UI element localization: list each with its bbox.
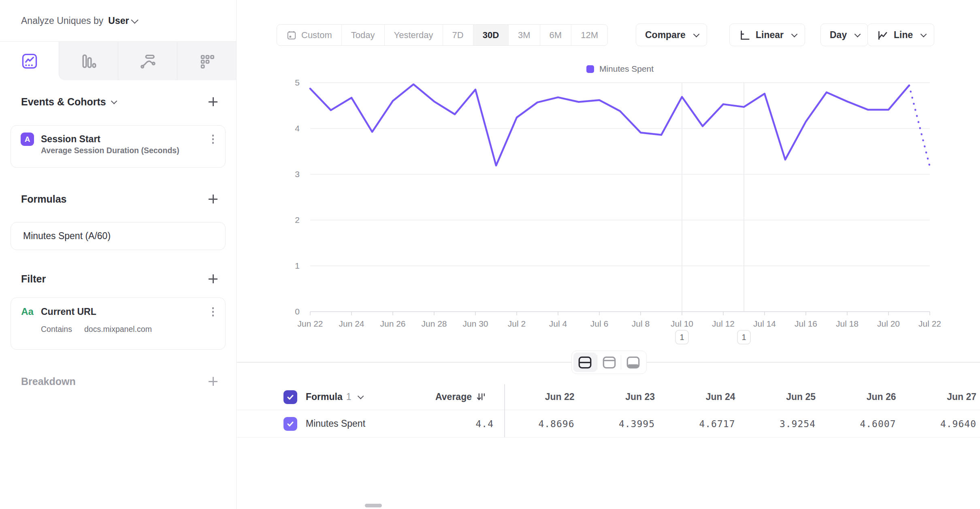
date-range-12m[interactable]: 12M — [571, 25, 607, 45]
legend-swatch — [586, 65, 594, 73]
formula-expression: Minutes Spent (A/60) — [23, 231, 111, 242]
table-cell-value: 4.6007 — [816, 411, 896, 437]
series-name[interactable]: Minutes Spent — [306, 411, 365, 437]
events-cohorts-title[interactable]: Events & Cohorts — [21, 96, 115, 108]
add-event-button[interactable] — [207, 96, 219, 108]
table-cell-value: 4.6717 — [655, 411, 735, 437]
y-axis-label: 5 — [295, 78, 300, 87]
y-axis-label: 4 — [295, 124, 300, 133]
chevron-down-icon — [920, 31, 927, 37]
view-split-button[interactable] — [573, 353, 597, 372]
chevron-down-icon — [791, 31, 798, 37]
flows-icon — [139, 52, 157, 70]
compare-button[interactable]: Compare — [636, 24, 707, 46]
table-cell-value: 3.9254 — [735, 411, 816, 437]
legend-label: Minutes Spent — [599, 64, 654, 74]
average-column-header[interactable]: Average — [435, 384, 487, 410]
filter-card-current-url[interactable]: Aa Current URL Contains docs.mixpanel.co… — [11, 297, 226, 350]
chevron-down-icon — [111, 98, 117, 104]
event-card-session-start[interactable]: A Session Start Average Session Duration… — [11, 125, 226, 168]
filter-property-name: Current URL — [41, 306, 96, 317]
table-column-header[interactable]: Jun 27 — [896, 384, 977, 410]
line-chart[interactable]: 01234511Jun 22Jun 24Jun 26Jun 28Jun 30Ju… — [237, 77, 980, 353]
check-icon — [286, 419, 295, 428]
analyze-uniques-row: Analyze Uniques by User — [0, 0, 236, 41]
event-options-menu-icon[interactable] — [211, 133, 216, 145]
x-axis-label: Jun 24 — [339, 319, 364, 328]
interval-selector-button[interactable]: Day — [820, 24, 868, 46]
date-range-6m[interactable]: 6M — [540, 25, 571, 45]
table-column-header[interactable]: Jun 26 — [816, 384, 896, 410]
chevron-down-icon — [854, 31, 861, 37]
x-axis-label: Jun 30 — [462, 319, 488, 328]
y-axis-label: 3 — [295, 169, 300, 179]
scale-selector-button[interactable]: Linear — [729, 24, 805, 46]
check-icon — [286, 393, 295, 402]
date-range-7d[interactable]: 7D — [443, 25, 473, 45]
table-frozen-divider — [504, 384, 505, 437]
report-main: CustomTodayYesterday7D30D3M6M12M Compare… — [237, 0, 980, 509]
analyze-uniques-select[interactable]: User — [108, 15, 136, 26]
date-range-yesterday[interactable]: Yesterday — [384, 25, 443, 45]
filter-value[interactable]: docs.mixpanel.com — [84, 325, 152, 334]
filter-options-menu-icon[interactable] — [211, 306, 216, 318]
date-range-30d[interactable]: 30D — [473, 25, 508, 45]
filter-title: Filter — [21, 273, 46, 285]
line-chart-icon — [877, 29, 888, 41]
event-name: Session Start — [41, 134, 100, 145]
linear-axis-icon — [739, 29, 750, 41]
formulas-header: Formulas — [21, 189, 219, 209]
metrics-grid-icon — [198, 52, 216, 70]
view-chart-only-button[interactable] — [597, 353, 621, 372]
series-line-minutes-spent[interactable] — [310, 84, 909, 165]
tab-insights-line[interactable] — [0, 42, 59, 80]
split-view-icon — [578, 356, 592, 369]
filter-header: Filter — [21, 269, 219, 289]
tab-bar-chart[interactable] — [59, 42, 118, 80]
date-range-custom[interactable]: Custom — [277, 25, 341, 45]
series-checkbox[interactable] — [283, 417, 297, 431]
x-axis-label: Jul 14 — [753, 319, 776, 328]
horizontal-scrollbar-thumb[interactable] — [365, 504, 382, 507]
formula-card[interactable]: Minutes Spent (A/60) — [11, 222, 226, 250]
event-aggregation[interactable]: Average Session Duration (Seconds) — [41, 146, 215, 155]
table-column-header[interactable]: Jun 25 — [735, 384, 816, 410]
x-axis-label: Jun 28 — [421, 319, 447, 328]
formula-column-header[interactable]: Formula 1 — [306, 384, 362, 410]
add-filter-button[interactable] — [207, 273, 219, 285]
x-axis-label: Jul 22 — [918, 319, 941, 328]
tab-metrics[interactable] — [177, 42, 236, 80]
formulas-title: Formulas — [21, 193, 67, 205]
add-formula-button[interactable] — [207, 193, 219, 205]
select-all-checkbox[interactable] — [283, 390, 297, 404]
table-column-header[interactable]: Jun 22 — [494, 384, 575, 410]
add-breakdown-button[interactable] — [207, 375, 219, 387]
event-letter-badge: A — [21, 133, 34, 146]
x-axis-label: Jul 16 — [795, 319, 817, 328]
chart-type-selector-button[interactable]: Line — [867, 24, 934, 46]
tab-flows[interactable] — [118, 42, 177, 80]
series-line-incomplete-segment — [909, 86, 930, 167]
date-range-3m[interactable]: 3M — [508, 25, 540, 45]
y-axis-label: 2 — [295, 215, 300, 225]
string-property-icon: Aa — [21, 306, 34, 317]
table-cell-value: 4.9640 — [896, 411, 977, 437]
query-sidebar: Analyze Uniques by User — [0, 0, 236, 509]
chart-type-tabs — [0, 41, 236, 80]
chevron-down-icon — [357, 393, 364, 400]
annotation-count: 1 — [741, 333, 746, 342]
table-column-header[interactable]: Jun 23 — [575, 384, 655, 410]
breakdown-title: Breakdown — [21, 376, 76, 387]
table-cell-value: 4.3995 — [575, 411, 655, 437]
view-table-only-button[interactable] — [621, 353, 645, 372]
calendar-icon — [286, 30, 297, 41]
breakdown-header: Breakdown — [21, 371, 219, 391]
x-axis-label: Jul 10 — [671, 319, 693, 328]
insights-chart-icon — [20, 52, 39, 71]
chevron-down-icon — [131, 16, 138, 24]
table-column-header[interactable]: Jun 24 — [655, 384, 735, 410]
filter-operator[interactable]: Contains — [41, 325, 72, 334]
x-axis-label: Jul 20 — [877, 319, 900, 328]
chart-legend[interactable]: Minutes Spent — [310, 64, 930, 74]
date-range-today[interactable]: Today — [341, 25, 384, 45]
